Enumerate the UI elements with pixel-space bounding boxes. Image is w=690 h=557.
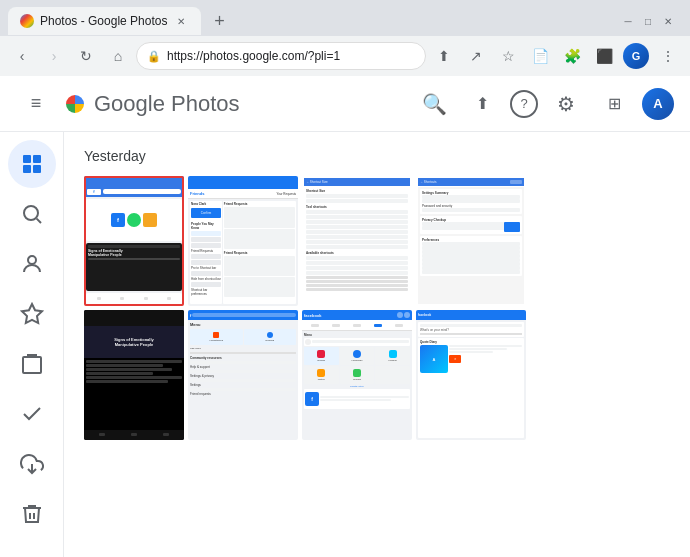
toolbar-icons: ⬆ ↗ ☆ 📄 🧩 ⬛ G ⋮ bbox=[430, 42, 682, 70]
profile-icon[interactable]: G bbox=[622, 42, 650, 70]
reading-icon[interactable]: 📄 bbox=[526, 42, 554, 70]
photo-thumb-1[interactable]: f f bbox=[84, 176, 184, 306]
user-profile-avatar[interactable]: A bbox=[642, 88, 674, 120]
extension1-icon[interactable]: 🧩 bbox=[558, 42, 586, 70]
minimize-button[interactable]: ─ bbox=[622, 15, 634, 27]
screenshot-settings-shortcut: ← Shortcut Size Shortcut Size Tool short… bbox=[302, 176, 412, 306]
logo-area: Google Photos bbox=[60, 89, 414, 119]
page-content: Yesterday f f bbox=[0, 132, 690, 557]
screenshot-menu-page: f Menu Marketplace bbox=[188, 310, 298, 440]
bookmark-icon[interactable]: ☆ bbox=[494, 42, 522, 70]
active-tab[interactable]: Photos - Google Photos ✕ bbox=[8, 7, 201, 35]
sidebar-item-search[interactable] bbox=[8, 190, 56, 238]
photo-grid-row-2: Signs of EmotionallyManipulative People bbox=[84, 310, 670, 440]
tab-close-button[interactable]: ✕ bbox=[173, 13, 189, 29]
sidebar-item-albums[interactable] bbox=[8, 340, 56, 388]
back-button[interactable]: ‹ bbox=[8, 42, 36, 70]
search-button[interactable]: 🔍 bbox=[414, 84, 454, 124]
svg-marker-7 bbox=[22, 304, 42, 323]
svg-rect-1 bbox=[33, 155, 41, 163]
photo-grid-row: f f bbox=[84, 176, 670, 306]
screenshot-dark-post: Signs of EmotionallyManipulative People bbox=[84, 310, 184, 440]
app-header: ≡ Google Photos 🔍 ⬆ ? ⚙ ⊞ A bbox=[0, 76, 690, 132]
svg-point-4 bbox=[24, 206, 38, 220]
close-button[interactable]: ✕ bbox=[662, 15, 674, 27]
security-icon: 🔒 bbox=[147, 50, 161, 63]
photo-thumb-4[interactable]: ← Shortcuts Settings Summary Password an… bbox=[416, 176, 526, 306]
cast-icon[interactable]: ⬆ bbox=[430, 42, 458, 70]
sidebar-item-archive[interactable] bbox=[8, 440, 56, 488]
address-bar[interactable]: 🔒 https://photos.google.com/?pli=1 bbox=[136, 42, 426, 70]
screenshot-settings-page2: ← Shortcuts Settings Summary Password an… bbox=[416, 176, 526, 306]
more-options-icon[interactable]: ⋮ bbox=[654, 42, 682, 70]
photo-thumb-5[interactable]: Signs of EmotionallyManipulative People bbox=[84, 310, 184, 440]
settings-button[interactable]: ⚙ bbox=[546, 84, 586, 124]
restore-button[interactable]: □ bbox=[642, 15, 654, 27]
photo-thumb-6[interactable]: f Menu Marketplace bbox=[188, 310, 298, 440]
section-title: Yesterday bbox=[84, 148, 670, 164]
content-wrapper: Yesterday f f bbox=[64, 132, 690, 557]
svg-line-5 bbox=[36, 219, 40, 223]
url-display: https://photos.google.com/?pli=1 bbox=[167, 49, 415, 63]
header-actions: 🔍 ⬆ ? ⚙ ⊞ A bbox=[414, 84, 674, 124]
hamburger-menu-button[interactable]: ≡ bbox=[16, 84, 56, 124]
status-bar-sim bbox=[84, 176, 184, 186]
photos-grid-area: Yesterday f f bbox=[64, 132, 690, 557]
svg-rect-8 bbox=[23, 357, 41, 373]
sidebar-item-favorites[interactable] bbox=[8, 290, 56, 338]
share-icon[interactable]: ↗ bbox=[462, 42, 490, 70]
extension2-icon[interactable]: ⬛ bbox=[590, 42, 618, 70]
help-button[interactable]: ? bbox=[510, 90, 538, 118]
google-photos-logo-icon bbox=[60, 89, 90, 119]
browser-window: Photos - Google Photos ✕ + ─ □ ✕ ‹ › ↻ ⌂… bbox=[0, 0, 690, 132]
tab-title: Photos - Google Photos bbox=[40, 14, 167, 28]
svg-point-6 bbox=[28, 256, 36, 264]
app-logo-text: Google Photos bbox=[94, 91, 240, 117]
home-button[interactable]: ⌂ bbox=[104, 42, 132, 70]
screenshot-mobile-app: f f bbox=[84, 176, 184, 306]
tab-favicon bbox=[20, 14, 34, 28]
apps-button[interactable]: ⊞ bbox=[594, 84, 634, 124]
photo-thumb-8[interactable]: facebook What's on your mind? Quote Diar… bbox=[416, 310, 526, 440]
sidebar-item-trash[interactable] bbox=[8, 490, 56, 538]
svg-rect-3 bbox=[33, 165, 41, 173]
sidebar-item-photos[interactable] bbox=[8, 140, 56, 188]
sidebar-item-utilities[interactable] bbox=[8, 390, 56, 438]
screenshot-fb-status: facebook What's on your mind? Quote Diar… bbox=[416, 310, 526, 440]
svg-rect-0 bbox=[23, 155, 31, 163]
hamburger-icon: ≡ bbox=[31, 93, 42, 114]
screenshot-fb-menu2: facebook Menu bbox=[302, 310, 412, 440]
window-controls: ─ □ ✕ bbox=[622, 15, 682, 27]
reload-button[interactable]: ↻ bbox=[72, 42, 100, 70]
avatar-image: A bbox=[642, 88, 674, 120]
sidebar-item-sharing[interactable] bbox=[8, 240, 56, 288]
nav-bar: ‹ › ↻ ⌂ 🔒 https://photos.google.com/?pli… bbox=[0, 36, 690, 76]
photo-thumb-3[interactable]: ← Shortcut Size Shortcut Size Tool short… bbox=[302, 176, 412, 306]
svg-rect-2 bbox=[23, 165, 31, 173]
upload-button[interactable]: ⬆ bbox=[462, 84, 502, 124]
tab-bar: Photos - Google Photos ✕ + ─ □ ✕ bbox=[0, 0, 690, 36]
forward-button[interactable]: › bbox=[40, 42, 68, 70]
user-avatar: G bbox=[623, 43, 649, 69]
photo-thumb-2[interactable]: Friends Your Requests Nora Clark Confirm… bbox=[188, 176, 298, 306]
screenshot-friends-page: Friends Your Requests Nora Clark Confirm… bbox=[188, 176, 298, 306]
new-tab-button[interactable]: + bbox=[205, 7, 233, 35]
photo-thumb-7[interactable]: facebook Menu bbox=[302, 310, 412, 440]
left-sidebar bbox=[0, 132, 64, 557]
